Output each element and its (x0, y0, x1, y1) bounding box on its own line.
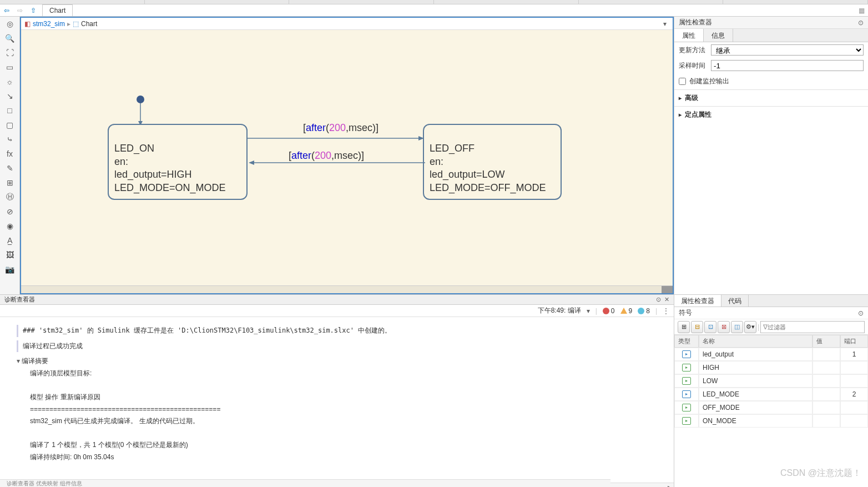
text-icon[interactable]: A̲ (0, 233, 19, 248)
cancel-icon[interactable]: ⊘ (0, 204, 19, 219)
table-row[interactable]: ▸HIGH (674, 361, 868, 374)
filter-icon: ∇ (763, 323, 768, 331)
symbol-port (840, 361, 868, 374)
symbols-toolbar: ⊞ ⊟ ⊡ ⊠ ◫ ⚙▾ | ∇ (674, 319, 868, 335)
breadcrumb: ◧ stm32_sim ▸ ⬚ Chart ▾ (21, 18, 673, 30)
diag-time-dropdown[interactable]: ▾ (587, 307, 590, 315)
history-icon[interactable]: Ⓗ (0, 190, 19, 204)
tab-properties[interactable]: 属性 (674, 29, 704, 42)
fit-icon[interactable]: ⛶ (0, 46, 19, 60)
image-icon[interactable]: 🖼 (0, 248, 19, 262)
canvas-footer (21, 285, 673, 293)
section-advanced[interactable]: 高级 (674, 89, 868, 106)
symbol-name: LOW (699, 374, 813, 388)
diag-close-icon[interactable]: ✕ (664, 296, 669, 303)
function-icon[interactable]: fx (0, 147, 19, 161)
rounded-icon[interactable]: ▢ (0, 118, 19, 132)
symbols-collapse-icon[interactable]: ⊙ (858, 309, 864, 317)
transition-label-2[interactable]: [after(200,msec)] (289, 150, 364, 162)
junction-icon[interactable]: ⤷ (0, 132, 19, 147)
tab-info[interactable]: 信息 (704, 29, 733, 42)
zoom-in-icon[interactable]: 🔍 (0, 31, 19, 46)
section-fixed-point[interactable]: 定点属性 (674, 106, 868, 123)
camera-icon[interactable]: 📷 (0, 262, 19, 277)
diag-menu-icon[interactable]: ⋮ (663, 307, 669, 315)
sym-btn-3[interactable]: ⊡ (704, 321, 716, 333)
sym-btn-6[interactable]: ⚙▾ (744, 321, 756, 333)
diag-minimize-icon[interactable]: ⊙ (656, 296, 661, 303)
back-button[interactable]: ⇦ (0, 5, 13, 16)
sample-time-label: 采样时间 (679, 61, 706, 71)
symbol-port (840, 414, 868, 428)
symbol-value (813, 414, 840, 428)
transition-on-to-off[interactable] (248, 135, 425, 141)
diag-summary-toggle[interactable]: 编译摘要 (17, 355, 657, 368)
info-badge[interactable]: 8 (638, 307, 650, 315)
sym-btn-1[interactable]: ⊞ (678, 321, 690, 333)
col-name[interactable]: 名称 (699, 335, 813, 348)
table-row[interactable]: ▸LED_MODE2 (674, 388, 868, 401)
brush-icon[interactable]: ✎ (0, 161, 19, 175)
transition-label-1[interactable]: [after(200,msec)] (303, 122, 379, 134)
svg-marker-3 (418, 136, 424, 140)
sym-btn-5[interactable]: ◫ (731, 321, 743, 333)
warning-badge[interactable]: 9 (620, 307, 633, 315)
col-type[interactable]: 类型 (674, 335, 699, 348)
symbols-filter-input[interactable] (768, 324, 862, 330)
record-icon[interactable]: ◉ (0, 219, 19, 233)
up-button[interactable]: ⇧ (27, 5, 40, 16)
table-row[interactable]: ▸led_output1 (674, 348, 868, 361)
monitor-output-checkbox[interactable] (679, 78, 686, 85)
state-led-off[interactable]: LED_OFF en: led_output=LOW LED_MODE=OFF_… (423, 124, 562, 200)
symbol-name: ON_MODE (699, 414, 813, 428)
table-row[interactable]: ▸ON_MODE (674, 414, 868, 428)
update-method-select[interactable]: 继承 (711, 44, 864, 56)
nav-row: ⇦ ⇨ ⇧ Chart ▦ (0, 4, 868, 17)
error-badge[interactable]: 0 (603, 307, 615, 315)
symbol-type-icon: ▸ (682, 364, 691, 371)
symbol-port (840, 374, 868, 388)
diag-body[interactable]: ### 'stm32_sim' 的 Simulink 缓存工件是在 'D:\Cl… (0, 317, 674, 483)
state-led-on[interactable]: LED_ON en: led_output=HIGH LED_MODE=ON_M… (108, 124, 248, 200)
collapse-icon[interactable]: ⊙ (858, 19, 864, 27)
symbol-type-icon: ▸ (682, 377, 691, 385)
chart-icon: ⬚ (73, 20, 79, 28)
target-icon[interactable]: ◎ (0, 17, 19, 31)
stateflow-canvas[interactable]: LED_ON en: led_output=HIGH LED_MODE=ON_M… (21, 30, 673, 285)
breadcrumb-dropdown[interactable]: ▾ (660, 20, 669, 28)
box-icon[interactable]: □ (0, 103, 19, 118)
col-value[interactable]: 值 (813, 335, 840, 348)
svg-marker-5 (249, 160, 254, 165)
diag-line-2: 编译过程已成功完成 (17, 340, 657, 353)
tab-code[interactable]: 代码 (721, 295, 749, 307)
sym-btn-2[interactable]: ⊟ (691, 321, 703, 333)
breadcrumb-chart[interactable]: Chart (81, 20, 97, 28)
dock-icon[interactable]: ▦ (855, 7, 868, 14)
scroll-handle[interactable] (662, 286, 673, 293)
symbol-type-icon: ▸ (682, 404, 691, 411)
col-port[interactable]: 端口 (840, 335, 868, 348)
symbol-value (813, 401, 840, 414)
canvas-container: ◧ stm32_sim ▸ ⬚ Chart ▾ LED_ON en: led_o… (20, 17, 674, 294)
symbol-value (813, 361, 840, 374)
rect-icon[interactable]: ▭ (0, 60, 19, 74)
table-icon[interactable]: ⊞ (0, 175, 19, 190)
table-row[interactable]: ▸OFF_MODE (674, 401, 868, 414)
table-row[interactable]: ▸LOW (674, 374, 868, 388)
left-toolbar: ◎ 🔍 ⛶ ▭ ☼ ↘ □ ▢ ⤷ fx ✎ ⊞ Ⓗ ⊘ ◉ A̲ 🖼 📷 (0, 17, 20, 294)
forward-button[interactable]: ⇨ (13, 5, 27, 16)
symbols-table: 类型 名称 值 端口 (674, 335, 868, 348)
symbol-type-icon: ▸ (682, 390, 691, 398)
menu-bar (0, 0, 868, 4)
initial-transition-dot[interactable] (137, 96, 144, 103)
diagnostic-viewer: 诊断查看器 ⊙ ✕ 下午8:49: 编译 ▾ | 0 9 8 | ⋮ ### '… (0, 295, 674, 487)
sample-time-input[interactable] (711, 60, 864, 71)
symbol-type-icon: ▸ (682, 417, 691, 425)
arrow-icon[interactable]: ↘ (0, 89, 19, 103)
tab-inspector2[interactable]: 属性检查器 (674, 295, 721, 307)
breadcrumb-model[interactable]: stm32_sim (33, 20, 65, 28)
sym-btn-4[interactable]: ⊠ (718, 321, 730, 333)
sun-icon[interactable]: ☼ (0, 74, 19, 89)
chart-tab[interactable]: Chart (42, 4, 73, 16)
footer-tabs[interactable]: 诊断查看器 优先映射 组件信息 (0, 479, 610, 487)
